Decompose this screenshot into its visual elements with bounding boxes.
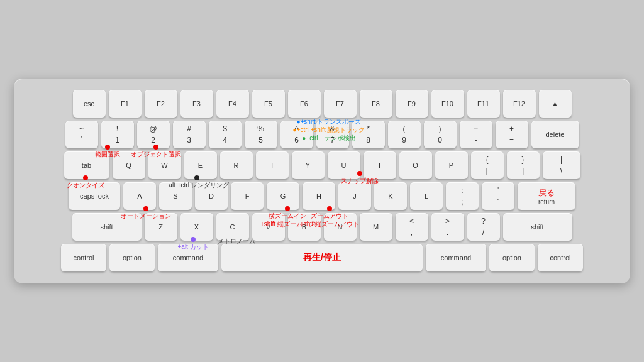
key-control-left[interactable]: control: [61, 244, 106, 272]
key-c[interactable]: C メトロノーム: [216, 213, 249, 241]
key-6[interactable]: ^6: [280, 121, 313, 148]
key-quote[interactable]: "': [482, 182, 514, 210]
space-label: 再生/停止: [303, 252, 341, 263]
key-capslock[interactable]: caps lock: [69, 182, 120, 210]
key-brightness[interactable]: ▲: [539, 90, 572, 118]
key-e[interactable]: E +alt +ctrl レンダリング: [184, 151, 217, 179]
key-space[interactable]: 再生/停止: [221, 244, 423, 272]
key-z[interactable]: Z: [145, 213, 177, 241]
key-f12[interactable]: F12: [503, 90, 536, 118]
key-delete[interactable]: delete: [531, 121, 579, 148]
key-p[interactable]: P: [435, 151, 468, 179]
key-s[interactable]: S: [159, 182, 192, 210]
key-f7[interactable]: F7: [324, 90, 357, 118]
key-i[interactable]: I: [364, 151, 396, 179]
num-row: ~` !1 範囲選択 @2 オブジェクト選択 #3 $4 %5 ^6 &7 *8…: [24, 121, 620, 148]
key-f[interactable]: F: [231, 182, 264, 210]
key-q[interactable]: Q: [113, 151, 145, 179]
key-tilde[interactable]: ~`: [65, 121, 98, 148]
key-option-right[interactable]: option: [489, 244, 535, 272]
key-v[interactable]: V: [252, 213, 285, 241]
key-slash[interactable]: ?/: [467, 213, 500, 241]
key-g[interactable]: G 横ズームイン +shift 縦ズームイン: [267, 182, 299, 210]
key-tab[interactable]: tab クオンタイズ: [64, 151, 109, 179]
key-comma[interactable]: <,: [396, 213, 428, 241]
key-f5[interactable]: F5: [252, 90, 285, 118]
key-backslash[interactable]: |\: [543, 151, 580, 179]
qwerty-row: tab クオンタイズ Q W E +alt +ctrl レンダリング R T Y…: [24, 151, 620, 179]
key-f4[interactable]: F4: [216, 90, 249, 118]
key-k[interactable]: K: [374, 182, 407, 210]
keyboard: esc F1 F2 F3 F4 F5 F6 F7 F8 F9 F10 F11 F…: [14, 79, 630, 283]
key-lbracket[interactable]: {[: [471, 151, 504, 179]
key-semicolon[interactable]: :;: [446, 182, 479, 210]
key-8[interactable]: *8: [352, 121, 385, 148]
key-m[interactable]: M: [360, 213, 392, 241]
key-minus[interactable]: −-: [460, 121, 492, 148]
key-f10[interactable]: F10: [431, 90, 464, 118]
key-return[interactable]: 戻る return: [518, 182, 575, 210]
key-w[interactable]: W: [148, 151, 181, 179]
key-control-right[interactable]: control: [538, 244, 583, 272]
key-u[interactable]: U: [328, 151, 360, 179]
key-f2[interactable]: F2: [145, 90, 177, 118]
key-o[interactable]: O: [399, 151, 432, 179]
asdf-row: caps lock A オートメーション S D F G 横ズームイン +shi…: [24, 182, 620, 210]
key-shift-left[interactable]: shift: [72, 213, 142, 241]
key-f6[interactable]: F6: [288, 90, 321, 118]
key-esc[interactable]: esc: [73, 90, 106, 118]
key-rbracket[interactable]: }]: [507, 151, 540, 179]
key-4[interactable]: $4: [209, 121, 242, 148]
key-3[interactable]: #3: [173, 121, 206, 148]
key-f1[interactable]: F1: [109, 90, 142, 118]
key-command-right[interactable]: command: [426, 244, 486, 272]
key-j[interactable]: J スナップ解除: [338, 182, 371, 210]
return-label-text: 戻る: [538, 187, 555, 199]
key-f9[interactable]: F9: [396, 90, 428, 118]
key-h[interactable]: H ズームアウト +shift縦ズームアウト: [303, 182, 335, 210]
key-1[interactable]: !1 範囲選択: [101, 121, 134, 148]
key-b[interactable]: B: [288, 213, 321, 241]
key-x[interactable]: X +alt カット: [180, 213, 213, 241]
key-2[interactable]: @2 オブジェクト選択: [137, 121, 170, 148]
bottom-row: control option command 再生/停止 command opt…: [24, 244, 620, 272]
key-5[interactable]: %5: [245, 121, 277, 148]
key-f11[interactable]: F11: [467, 90, 500, 118]
key-r[interactable]: R: [220, 151, 253, 179]
key-f8[interactable]: F8: [360, 90, 392, 118]
key-9[interactable]: (9: [388, 121, 421, 148]
fn-row: esc F1 F2 F3 F4 F5 F6 F7 F8 F9 F10 F11 F…: [24, 90, 620, 118]
key-d[interactable]: D: [195, 182, 228, 210]
key-f3[interactable]: F3: [180, 90, 213, 118]
key-n[interactable]: N: [324, 213, 357, 241]
key-a[interactable]: A オートメーション: [123, 182, 156, 210]
key-t[interactable]: T: [256, 151, 289, 179]
key-option-left[interactable]: option: [109, 244, 155, 272]
key-command-left[interactable]: command: [158, 244, 218, 272]
zxcv-row: shift Z X +alt カット C メトロノーム V B N M <, >…: [24, 213, 620, 241]
key-l[interactable]: L: [410, 182, 443, 210]
key-period[interactable]: >.: [431, 213, 464, 241]
key-7[interactable]: &7: [316, 121, 349, 148]
key-y[interactable]: Y ●+shift トランスポーズ ●+ctrl +shift 新規トラック ●…: [292, 151, 325, 179]
key-0[interactable]: )0: [424, 121, 457, 148]
key-equals[interactable]: +=: [496, 121, 528, 148]
key-shift-right[interactable]: shift: [503, 213, 572, 241]
